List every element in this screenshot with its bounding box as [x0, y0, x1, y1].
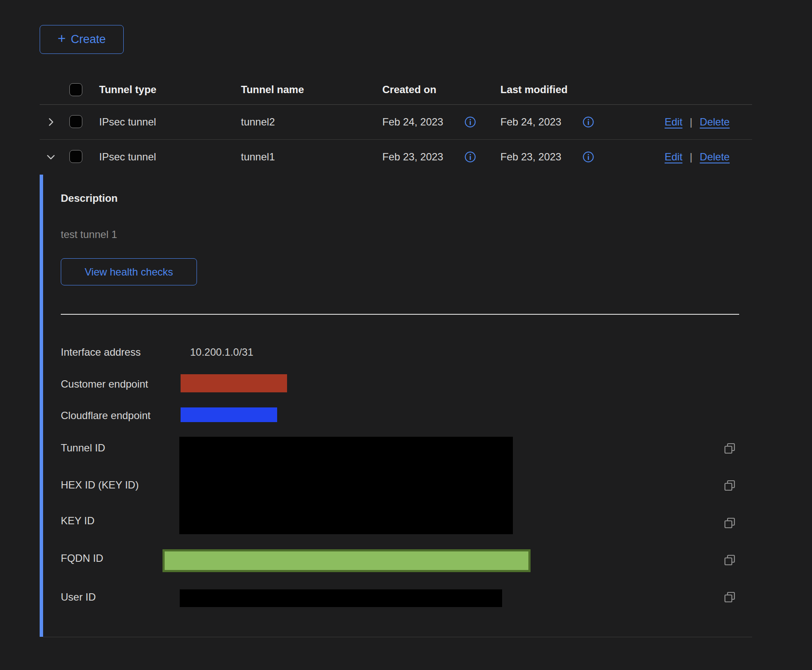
- table-header: Tunnel type Tunnel name Created on Last …: [39, 71, 752, 104]
- copy-icon[interactable]: [723, 479, 737, 492]
- tunnel-type-cell: IPsec tunnel: [99, 116, 156, 128]
- info-icon[interactable]: [582, 116, 594, 128]
- create-button-label: Create: [71, 33, 106, 46]
- last-modified-cell: Feb 24, 2023: [500, 116, 561, 128]
- redacted-customer-endpoint: [181, 374, 287, 392]
- field-label-interface-address: Interface address: [61, 346, 141, 359]
- view-health-checks-button[interactable]: View health checks: [61, 258, 197, 285]
- field-label-hex-id: HEX ID (KEY ID): [61, 479, 139, 492]
- info-icon[interactable]: [464, 151, 476, 163]
- column-header-created-on: Created on: [382, 83, 436, 96]
- edit-link[interactable]: Edit: [665, 116, 682, 128]
- created-on-cell: Feb 23, 2023: [382, 150, 443, 163]
- chevron-down-icon[interactable]: [45, 151, 56, 163]
- delete-link[interactable]: Delete: [700, 150, 730, 163]
- view-health-checks-label: View health checks: [84, 266, 173, 278]
- actions-separator: |: [690, 150, 692, 163]
- redacted-fqdn-id: [162, 549, 531, 572]
- redacted-cloudflare-endpoint: [181, 407, 277, 422]
- info-icon[interactable]: [582, 151, 594, 163]
- info-icon[interactable]: [464, 116, 476, 128]
- copy-icon[interactable]: [723, 590, 737, 604]
- select-all-checkbox[interactable]: [69, 83, 82, 96]
- field-value-interface-address: 10.200.1.0/31: [190, 346, 253, 359]
- field-label-customer-endpoint: Customer endpoint: [61, 378, 148, 391]
- delete-link[interactable]: Delete: [700, 116, 730, 128]
- tunnel-name-cell: tunnel2: [241, 116, 275, 128]
- create-button[interactable]: + Create: [40, 25, 124, 54]
- row-actions: Edit | Delete: [665, 150, 730, 163]
- field-label-key-id: KEY ID: [61, 514, 94, 527]
- field-label-tunnel-id: Tunnel ID: [61, 441, 105, 454]
- chevron-right-icon[interactable]: [45, 116, 56, 128]
- redacted-user-id: [180, 589, 502, 607]
- column-header-tunnel-name: Tunnel name: [241, 83, 304, 96]
- tunnel-name-cell: tunnel1: [241, 150, 275, 163]
- row-checkbox[interactable]: [69, 150, 82, 163]
- description-value: test tunnel 1: [61, 228, 117, 241]
- copy-icon[interactable]: [723, 516, 737, 530]
- panel-bottom-divider: [43, 637, 752, 637]
- copy-icon[interactable]: [723, 441, 737, 455]
- description-label: Description: [61, 192, 118, 205]
- field-label-user-id: User ID: [61, 591, 96, 604]
- created-on-cell: Feb 24, 2023: [382, 116, 443, 128]
- tunnel-detail-panel: Description test tunnel 1 View health ch…: [40, 175, 752, 637]
- column-header-tunnel-type: Tunnel type: [99, 83, 156, 96]
- field-label-fqdn-id: FQDN ID: [61, 552, 103, 565]
- table-row: IPsec tunnel tunnel2 Feb 24, 2023 Feb 24…: [39, 104, 752, 139]
- row-actions: Edit | Delete: [665, 116, 730, 128]
- copy-icon[interactable]: [723, 553, 737, 567]
- field-label-cloudflare-endpoint: Cloudflare endpoint: [61, 409, 150, 422]
- section-divider: [61, 314, 739, 315]
- edit-link[interactable]: Edit: [665, 150, 682, 163]
- tunnel-type-cell: IPsec tunnel: [99, 150, 156, 163]
- column-header-last-modified: Last modified: [500, 83, 568, 96]
- row-checkbox[interactable]: [69, 115, 82, 128]
- last-modified-cell: Feb 23, 2023: [500, 150, 561, 163]
- table-row: IPsec tunnel tunnel1 Feb 23, 2023 Feb 23…: [39, 139, 752, 174]
- plus-icon: +: [58, 31, 66, 47]
- ipsec-tunnels-page: + Create Tunnel type Tunnel name Created…: [0, 0, 812, 670]
- actions-separator: |: [690, 116, 692, 128]
- redacted-id-values: [179, 437, 513, 534]
